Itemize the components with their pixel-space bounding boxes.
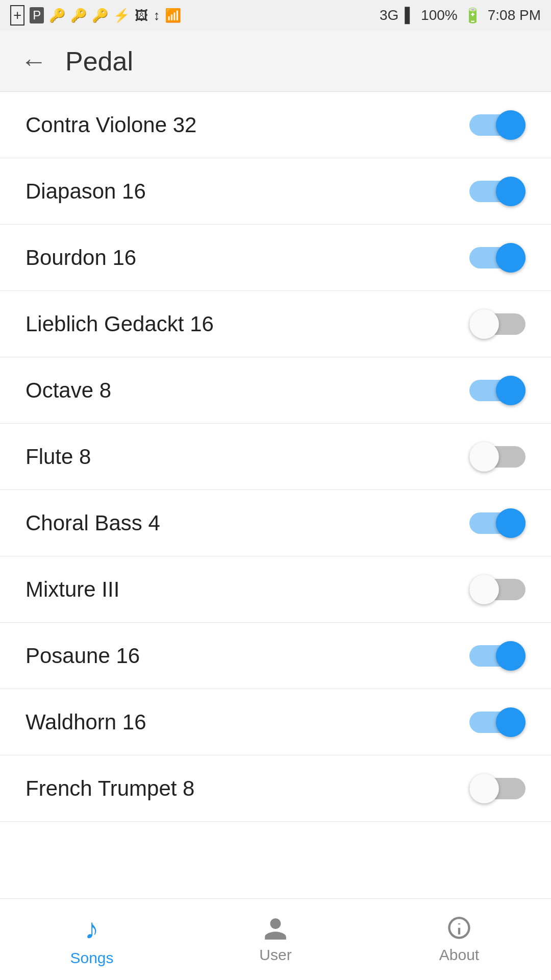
sync-icon: ↕ <box>153 8 160 23</box>
list-item: Octave 8 <box>0 357 551 424</box>
toggle-10[interactable] <box>469 707 525 737</box>
status-icons: + P 🔑 🔑 🔑 ⚡ 🖼 ↕ 📶 <box>10 5 181 26</box>
item-label-1: Contra Violone 32 <box>26 113 196 137</box>
bottom-nav: ♪ Songs User About <box>0 898 551 980</box>
toggle-thumb-10 <box>496 707 525 737</box>
item-label-6: Flute 8 <box>26 445 91 469</box>
p-icon: P <box>30 7 44 23</box>
back-button[interactable]: ← <box>20 46 47 77</box>
user-label: User <box>259 946 291 964</box>
list-item: Diapason 16 <box>0 158 551 225</box>
songs-icon: ♪ <box>85 912 99 945</box>
toggle-thumb-8 <box>469 575 499 604</box>
toggle-9[interactable] <box>469 641 525 671</box>
toggle-6[interactable] <box>469 442 525 472</box>
status-right: 3G ▌ 100% 🔋 7:08 PM <box>380 7 541 24</box>
signal-bars: ▌ <box>405 7 415 23</box>
toggle-5[interactable] <box>469 376 525 405</box>
toggle-thumb-2 <box>496 177 525 206</box>
list-item: Lieblich Gedackt 16 <box>0 291 551 357</box>
status-bar: + P 🔑 🔑 🔑 ⚡ 🖼 ↕ 📶 3G ▌ 100% 🔋 7:08 PM <box>0 0 551 31</box>
list-item: Flute 8 <box>0 424 551 490</box>
item-label-7: Choral Bass 4 <box>26 511 160 535</box>
nav-songs[interactable]: ♪ Songs <box>0 912 184 967</box>
app-bar: ← Pedal <box>0 31 551 92</box>
songs-label: Songs <box>70 949 113 967</box>
item-label-9: Posaune 16 <box>26 644 140 668</box>
toggle-thumb-6 <box>469 442 499 472</box>
toggle-7[interactable] <box>469 508 525 538</box>
time-label: 7:08 PM <box>488 7 541 23</box>
image-icon: 🖼 <box>135 8 148 23</box>
key-icon2: 🔑 <box>70 8 87 23</box>
nav-user[interactable]: User <box>184 916 367 964</box>
toggle-thumb-11 <box>469 774 499 803</box>
item-label-8: Mixture III <box>26 577 119 602</box>
list-item: Choral Bass 4 <box>0 490 551 556</box>
toggle-thumb-5 <box>496 376 525 405</box>
list-item: Contra Violone 32 <box>0 92 551 158</box>
page-title: Pedal <box>65 46 133 77</box>
wifi-icon: 📶 <box>165 8 181 23</box>
nav-about[interactable]: About <box>367 916 551 964</box>
toggle-11[interactable] <box>469 774 525 803</box>
toggle-thumb-1 <box>496 110 525 140</box>
toggle-8[interactable] <box>469 575 525 604</box>
toggle-4[interactable] <box>469 309 525 339</box>
network-label: 3G <box>380 7 398 23</box>
toggle-thumb-3 <box>496 243 525 273</box>
toggle-3[interactable] <box>469 243 525 273</box>
about-icon <box>446 916 472 942</box>
key-icon3: 🔑 <box>92 8 108 23</box>
about-label: About <box>439 946 479 964</box>
toggle-2[interactable] <box>469 177 525 206</box>
list-item: Mixture III <box>0 556 551 623</box>
battery-icon: 🔋 <box>464 7 482 24</box>
usb-icon: ⚡ <box>113 8 130 23</box>
add-icon: + <box>10 5 24 26</box>
toggle-thumb-4 <box>469 309 499 339</box>
list-item: Posaune 16 <box>0 623 551 689</box>
item-label-2: Diapason 16 <box>26 179 146 204</box>
item-label-4: Lieblich Gedackt 16 <box>26 312 214 336</box>
content-list: Contra Violone 32Diapason 16Bourdon 16Li… <box>0 92 551 822</box>
list-item: Waldhorn 16 <box>0 689 551 755</box>
toggle-thumb-7 <box>496 508 525 538</box>
key-icon1: 🔑 <box>49 8 65 23</box>
battery-label: 100% <box>421 7 458 23</box>
item-label-10: Waldhorn 16 <box>26 710 146 734</box>
toggle-1[interactable] <box>469 110 525 140</box>
list-item: French Trumpet 8 <box>0 755 551 822</box>
item-label-5: Octave 8 <box>26 378 111 403</box>
toggle-thumb-9 <box>496 641 525 671</box>
item-label-3: Bourdon 16 <box>26 246 136 270</box>
item-label-11: French Trumpet 8 <box>26 776 194 801</box>
user-icon <box>262 916 289 942</box>
list-item: Bourdon 16 <box>0 225 551 291</box>
